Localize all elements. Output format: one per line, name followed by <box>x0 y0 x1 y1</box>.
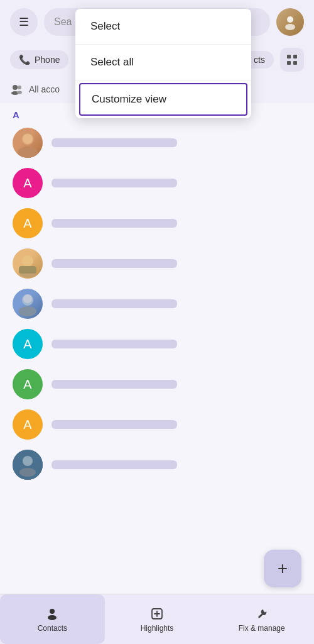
dropdown-select[interactable]: Select <box>75 9 251 44</box>
dropdown-customize-view[interactable]: Customize view <box>79 83 247 116</box>
dropdown-select-all[interactable]: Select all <box>75 45 251 80</box>
dropdown-menu: Select Select all Customize view <box>75 9 251 118</box>
dropdown-divider <box>75 80 251 80</box>
dropdown-overlay[interactable]: Select Select all Customize view <box>0 0 314 644</box>
